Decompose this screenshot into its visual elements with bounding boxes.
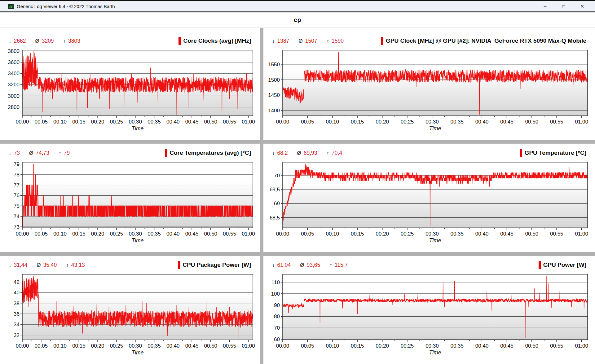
close-button[interactable]: ✕: [575, 2, 589, 11]
stat-min: ↓73: [9, 150, 20, 156]
max-arrow-icon: ↑: [59, 150, 61, 156]
stat-avg: Ø3209: [35, 38, 54, 44]
chart-plot: 6070809010011000:0000:0500:1000:1500:200…: [263, 273, 595, 356]
chart-canvas: 32343638404200:0000:0500:1000:1500:2000:…: [0, 273, 260, 355]
chart-title-group: Core Temperatures (avg) [°C]: [165, 149, 251, 157]
avg-icon: Ø: [300, 262, 304, 268]
x-tick-label: 00:40: [166, 231, 180, 237]
stat-max-value: 70,4: [332, 150, 342, 156]
x-tick-label: 00:40: [475, 119, 489, 125]
x-tick-label: 01:00: [575, 343, 588, 349]
chart-canvas: 68,56969,57000:0000:0500:1000:1500:2000:…: [263, 161, 595, 243]
stat-avg-value: 3209: [42, 38, 54, 44]
max-arrow-icon: ↑: [66, 262, 69, 268]
legend-color-bar: [539, 261, 541, 269]
y-tick-label: 69: [274, 201, 280, 206]
y-tick-label: 90: [274, 302, 280, 308]
avg-icon: Ø: [35, 38, 39, 44]
chart-panel-core-temperatures: ↓73 Ø74,73 ↑79 Core Temperatures (avg) […: [0, 144, 260, 252]
chart-plot: 140014501500155000:0000:0500:1000:1500:2…: [263, 49, 595, 132]
y-tick-label: 38: [14, 301, 20, 306]
stat-avg-value: 69,93: [304, 150, 317, 156]
stat-max-value: 43,13: [71, 262, 85, 268]
y-tick-label: 1450: [268, 92, 280, 98]
x-tick-label: 00:50: [525, 119, 539, 125]
x-tick-label: 00:00: [16, 119, 29, 125]
x-tick-label: 00:45: [500, 119, 513, 125]
x-tick-label: 00:30: [129, 231, 142, 237]
x-tick-label: 00:10: [53, 343, 67, 349]
stat-max-value: 3803: [68, 38, 80, 44]
stat-avg: Ø35,40: [37, 262, 57, 268]
x-axis-title: Time: [429, 125, 441, 131]
stat-min: ↓2662: [9, 38, 26, 44]
y-tick-label: 40: [14, 290, 20, 296]
chart-plot: 28003000320034003600380000:0000:0500:100…: [0, 49, 260, 132]
stat-avg-value: 74,73: [36, 150, 49, 156]
x-tick-label: 01:00: [242, 231, 255, 237]
x-tick-label: 00:55: [223, 343, 236, 349]
x-tick-label: 00:00: [16, 343, 29, 349]
x-axis-title: Time: [429, 349, 441, 355]
y-tick-label: 110: [271, 280, 280, 285]
stat-max-value: 1590: [332, 38, 344, 44]
chart-title-group: CPU Package Power [W]: [178, 261, 251, 269]
y-tick-label: 42: [14, 279, 20, 285]
stat-min-value: 1387: [277, 38, 289, 44]
min-arrow-icon: ↓: [272, 38, 275, 44]
x-tick-label: 00:10: [326, 119, 339, 125]
chart-stats: ↓31,44 Ø35,40 ↑43,13: [9, 262, 85, 268]
x-tick-label: 00:40: [166, 119, 180, 125]
chart-title: Core Temperatures (avg) [°C]: [170, 150, 251, 156]
stat-avg-value: 35,40: [43, 262, 57, 268]
x-tick-label: 00:00: [276, 119, 289, 125]
min-arrow-icon: ↓: [9, 150, 11, 156]
chart-title: CPU Package Power [W]: [183, 262, 251, 268]
y-tick-label: 68,5: [270, 215, 280, 221]
min-arrow-icon: ↓: [272, 262, 275, 268]
x-tick-label: 00:20: [91, 343, 104, 349]
x-tick-label: 00:30: [425, 231, 439, 237]
chart-title-group: Core Clocks (avg) [MHz]: [178, 37, 251, 45]
y-tick-label: 80: [274, 314, 280, 319]
legend-color-bar: [178, 37, 181, 45]
x-tick-label: 00:25: [110, 343, 123, 349]
window-titlebar: Generic Log Viewer 6.4 - © 2022 Thomas B…: [0, 0, 595, 11]
x-tick-label: 00:25: [401, 231, 414, 237]
x-tick-label: 00:20: [91, 119, 104, 125]
chart-grid: ↓2662 Ø3209 ↑3803 Core Clocks (avg) [MHz…: [0, 28, 595, 364]
window-title: Generic Log Viewer 6.4 - © 2022 Thomas B…: [17, 4, 115, 9]
x-tick-label: 00:55: [223, 231, 236, 237]
y-tick-label: 76: [14, 193, 20, 198]
stat-min: ↓31,44: [9, 262, 27, 268]
app-icon: [8, 4, 14, 9]
chart-header: ↓31,44 Ø35,40 ↑43,13 CPU Package Power […: [0, 259, 260, 271]
x-tick-label: 00:00: [276, 231, 289, 237]
y-tick-label: 75: [14, 203, 20, 209]
window-controls: – □ ✕: [538, 2, 595, 11]
x-tick-label: 00:35: [450, 343, 464, 349]
x-tick-label: 01:00: [242, 119, 255, 125]
x-tick-label: 00:35: [148, 231, 161, 237]
maximize-button[interactable]: □: [557, 2, 571, 11]
stat-avg: Ø93,65: [300, 262, 320, 268]
x-axis-title: Time: [132, 125, 144, 131]
stat-max: ↑3803: [63, 38, 80, 44]
y-tick-label: 32: [14, 332, 20, 338]
avg-icon: Ø: [29, 150, 33, 156]
y-tick-label: 69,5: [270, 187, 280, 193]
stat-min-value: 31,44: [14, 262, 28, 268]
x-tick-label: 00:50: [525, 231, 539, 237]
avg-icon: Ø: [37, 262, 41, 268]
y-tick-label: 100: [271, 291, 280, 297]
chart-header: ↓61,04 Ø93,65 ↑115,7 GPU Power [W]: [263, 259, 595, 271]
stat-avg-value: 1507: [305, 38, 317, 44]
x-tick-label: 00:45: [185, 119, 199, 125]
minimize-button[interactable]: –: [538, 2, 552, 11]
page-title: cp: [294, 16, 301, 24]
x-axis-title: Time: [132, 237, 144, 243]
chart-plot: 68,56969,57000:0000:0500:1000:1500:2000:…: [263, 161, 595, 244]
chart-title-group: GPU Power [W]: [539, 261, 586, 269]
chart-plot: 7374757677787900:0000:0500:1000:1500:200…: [0, 161, 260, 244]
x-tick-label: 00:20: [376, 343, 389, 349]
